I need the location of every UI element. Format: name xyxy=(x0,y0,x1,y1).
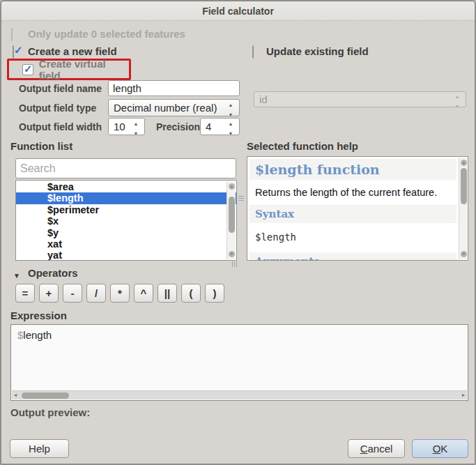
output-field-width-value: 10 xyxy=(114,121,130,132)
function-list-item[interactable]: $y xyxy=(16,227,227,238)
operator-minus-button[interactable]: - xyxy=(63,284,82,303)
only-update-label: Only update 0 selected features xyxy=(28,28,185,40)
operator-close-paren-button[interactable]: ) xyxy=(205,284,224,303)
expression-name: length xyxy=(23,329,52,341)
output-preview-label: Output preview: xyxy=(10,406,90,418)
spin-up-icon[interactable] xyxy=(134,117,139,127)
function-list: $area $length $perimeter $x $y xat yat xyxy=(15,180,237,261)
scroll-down-icon[interactable] xyxy=(461,251,467,257)
create-new-field-checkbox[interactable] xyxy=(13,45,14,59)
expression-editor[interactable]: $length xyxy=(10,324,468,401)
help-button[interactable]: Help xyxy=(10,439,69,458)
cancel-button[interactable]: Cancel xyxy=(348,439,405,458)
precision-spinbox[interactable]: 4 xyxy=(200,118,240,135)
spin-up-icon xyxy=(455,90,460,100)
output-field-type-combo[interactable]: Decimal number (real) xyxy=(108,99,240,116)
operator-multiply-button[interactable]: * xyxy=(110,284,130,303)
collapse-triangle-icon[interactable] xyxy=(13,268,20,281)
operator-power-button[interactable]: ^ xyxy=(134,284,153,303)
spin-down-icon xyxy=(455,100,460,109)
update-existing-field-checkbox[interactable] xyxy=(252,45,254,59)
spin-up-icon[interactable] xyxy=(229,117,233,127)
function-help-panel: $length function Returns the length of t… xyxy=(247,156,468,261)
scroll-right-icon[interactable] xyxy=(462,392,465,398)
only-update-checkbox[interactable] xyxy=(11,28,13,41)
precision-spinners[interactable] xyxy=(225,117,236,136)
output-field-width-label: Output field width xyxy=(19,121,102,132)
ok-button[interactable]: OK xyxy=(412,439,468,458)
output-field-name-input[interactable] xyxy=(108,80,240,96)
output-field-type-label: Output field type xyxy=(19,102,96,114)
scroll-down-icon[interactable] xyxy=(229,251,235,257)
help-syntax-heading: Syntax xyxy=(249,205,456,223)
title-bar[interactable]: Field calculator xyxy=(1,1,475,21)
operator-open-paren-button[interactable]: ( xyxy=(181,284,201,303)
function-list-item[interactable]: yat xyxy=(16,250,227,261)
expression-header: Expression xyxy=(10,310,67,321)
help-title: $length function xyxy=(249,159,456,180)
annotation-highlight: Create virtual field xyxy=(7,59,131,80)
function-list-item[interactable]: $area xyxy=(16,181,227,192)
update-existing-field-label: Update existing field xyxy=(266,45,369,57)
create-virtual-field-checkbox[interactable] xyxy=(22,64,33,75)
operator-divide-button[interactable]: / xyxy=(86,284,106,303)
help-description: Returns the length of the current featur… xyxy=(255,187,462,198)
existing-field-combo: id xyxy=(254,91,466,107)
expression-hscrollbar[interactable] xyxy=(12,390,467,399)
operator-plus-button[interactable]: + xyxy=(39,284,59,303)
spin-down-icon[interactable] xyxy=(229,108,233,118)
spin-up-icon[interactable] xyxy=(229,98,233,108)
create-new-field-label: Create a new field xyxy=(28,45,117,57)
operator-equals-button[interactable]: = xyxy=(15,284,35,303)
spin-down-icon[interactable] xyxy=(229,127,233,137)
operator-concat-button[interactable]: || xyxy=(158,284,177,303)
width-spinners[interactable] xyxy=(130,117,141,136)
combo-spinners[interactable] xyxy=(225,98,236,117)
help-scrollbar[interactable] xyxy=(459,158,467,259)
existing-field-value: id xyxy=(259,93,452,105)
spin-down-icon[interactable] xyxy=(134,127,139,137)
resize-grip[interactable] xyxy=(232,261,233,267)
precision-label: Precision xyxy=(156,121,200,132)
create-virtual-field-label: Create virtual field xyxy=(39,58,129,82)
operators-toolbar: = + - / * ^ || ( ) xyxy=(15,284,224,303)
scrollbar-thumb[interactable] xyxy=(22,392,69,399)
output-field-name-label: Output field name xyxy=(19,83,102,94)
function-list-item[interactable]: xat xyxy=(16,238,227,250)
operators-header: Operators xyxy=(28,267,78,279)
function-list-header: Function list xyxy=(10,140,72,152)
output-field-type-value: Decimal number (real) xyxy=(114,102,225,114)
existing-field-spinners xyxy=(452,90,463,109)
selected-function-help-header: Selected function help xyxy=(247,140,358,152)
help-syntax-code: $length xyxy=(255,231,462,243)
window-title: Field calculator xyxy=(202,6,274,17)
function-list-item[interactable]: $x xyxy=(16,215,227,227)
splitter-grip[interactable] xyxy=(238,196,244,197)
expression-text: $length xyxy=(17,329,52,341)
function-search-input[interactable] xyxy=(15,158,236,178)
scroll-up-icon[interactable] xyxy=(229,183,235,190)
scroll-left-icon[interactable] xyxy=(14,392,17,398)
scroll-up-icon[interactable] xyxy=(461,160,467,166)
field-calculator-dialog: Field calculator Only update 0 selected … xyxy=(0,0,476,465)
precision-value: 4 xyxy=(206,121,225,132)
scrollbar-thumb[interactable] xyxy=(229,197,235,233)
scrollbar-thumb[interactable] xyxy=(461,168,467,204)
function-list-item-selected[interactable]: $length xyxy=(16,192,236,204)
help-arguments-heading: Arguments xyxy=(249,252,456,261)
function-list-item[interactable]: $perimeter xyxy=(16,204,227,215)
output-field-width-spinbox[interactable]: 10 xyxy=(108,118,145,135)
function-list-scrollbar[interactable] xyxy=(227,181,236,259)
